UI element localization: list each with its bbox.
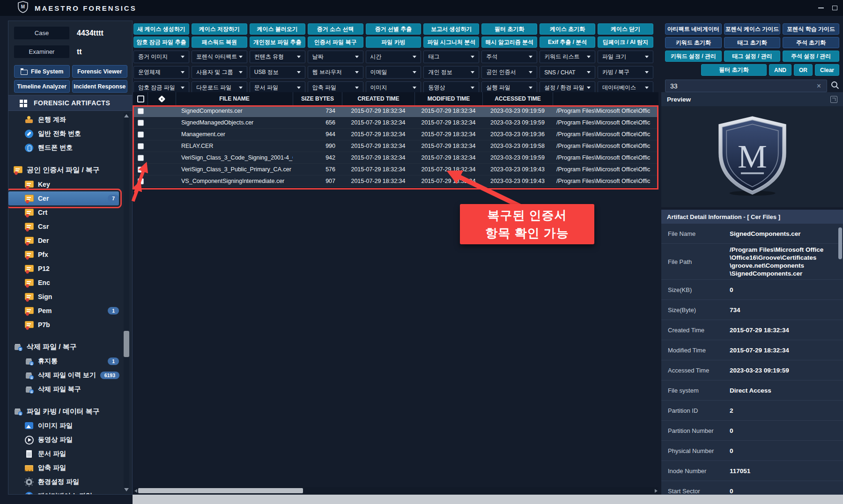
row-checkbox[interactable] [138,120,144,126]
filter-dropdown[interactable]: 날짜 [308,51,363,63]
row-checkbox-cell[interactable] [133,175,148,187]
search-icon[interactable] [831,81,839,91]
sidebar-scroll-up-icon[interactable] [124,114,129,117]
right-toolbar-button[interactable]: 태그 초기화 [724,37,781,48]
sidebar-scrollbar-thumb[interactable] [124,331,129,357]
right-toolbar-button[interactable]: 포렌식 케이스 가이드 [724,23,781,35]
row-checkbox[interactable] [138,131,144,138]
filter-dropdown[interactable]: 포렌식 아티팩트 [192,51,247,63]
clear-search-icon[interactable]: × [816,82,822,90]
filter-dropdown[interactable]: SNS / CHAT [540,66,595,79]
sidebar-item-key[interactable]: Key [8,177,119,191]
sidebar-item-sign[interactable]: Sign [8,290,119,304]
filter-dropdown[interactable]: 웹 브라우저 [308,66,363,79]
detail-scrollbar[interactable] [838,226,842,492]
action-button[interactable]: Exif 추출 / 분석 [540,37,595,48]
sidebar-item-삭제-파일-복구[interactable]: 삭제 파일 복구 [8,382,119,396]
action-button[interactable]: 증거 선별 추출 [366,23,422,35]
filter-dropdown[interactable]: 컨텐츠 유형 [250,51,305,63]
sidebar-item-enc[interactable]: Enc [8,276,119,290]
forensic-viewer-button[interactable]: Forensic Viewer [72,65,128,78]
timeline-analyzer-button[interactable]: Timeline Analyzer [14,80,70,93]
right-toolbar-button[interactable]: 키워드 설정 / 관리 [665,51,722,62]
action-button[interactable]: 개인정보 파일 추출 [250,37,305,48]
header-checkbox-cell[interactable] [133,92,148,105]
filter-dropdown[interactable]: 사용자 및 그룹 [192,66,247,79]
filter-dropdown[interactable]: 주석 [481,51,537,63]
sidebar-item-휴지통[interactable]: 휴지통1 [8,354,119,368]
horizontal-scrollbar-thumb[interactable] [138,488,303,493]
sidebar-item-der[interactable]: Der [8,234,119,248]
action-button[interactable]: 필터 초기화 [481,23,537,35]
table-row[interactable]: VeriSign_Class_3_Code_Signing_2001-4_CA9… [133,152,658,164]
sidebar-item-csr[interactable]: Csr [8,219,119,234]
tree-group-3[interactable]: 파일 카빙 / 데이터 복구 [8,404,119,419]
sidebar-item-pem[interactable]: Pem1 [8,304,119,318]
incident-response-button[interactable]: Incident Response [72,80,128,93]
action-button[interactable]: 증거 소스 선택 [308,23,363,35]
filter-reset-button[interactable]: 필터 초기화 [701,64,767,76]
right-toolbar-button[interactable]: 주석 설정 / 관리 [783,51,839,62]
filter-dropdown[interactable]: 개인 정보 [423,66,479,79]
row-checkbox[interactable] [138,167,144,173]
filter-dropdown[interactable]: 태그 [423,51,479,63]
row-checkbox[interactable] [138,108,144,114]
right-toolbar-button[interactable]: 아티팩트 네비게이터 [665,23,722,35]
file-system-button[interactable]: File System [14,65,70,78]
row-checkbox-cell[interactable] [133,152,148,163]
row-checkbox-cell[interactable] [133,140,148,152]
action-button[interactable]: 해시 알고리즘 분석 [481,37,537,48]
action-button[interactable]: 케이스 닫기 [598,23,653,35]
detail-scrollbar-thumb[interactable] [838,227,842,259]
maximize-icon[interactable] [832,6,837,10]
sidebar-item-이미지-파일[interactable]: 이미지 파일 [8,419,119,433]
sidebar-item-일반-전화-번호[interactable]: 일반 전화 번호 [8,127,119,141]
filter-dropdown[interactable]: 키워드 리스트 [540,51,595,63]
horizontal-scrollbar[interactable] [133,487,658,494]
action-button[interactable]: 패스워드 복원 [192,37,247,48]
right-toolbar-button[interactable]: 태그 설정 / 관리 [724,51,781,62]
action-button[interactable]: 딥페이크 / AI 탐지 [598,37,653,48]
sidebar-item-동영상-파일[interactable]: 동영상 파일 [8,433,119,447]
table-row[interactable]: RELAY.CER9902015-07-29 18:32:342015-07-2… [133,140,658,152]
filter-dropdown[interactable]: 증거 이미지 [133,51,189,63]
sidebar-item-환경설정-파일[interactable]: 환경설정 파일 [8,475,119,489]
filter-dropdown[interactable]: 공인 인증서 [481,66,537,79]
sidebar-item-은행-계좌[interactable]: 은행 계좌 [8,113,119,127]
sidebar-item-압축-파일[interactable]: 압축 파일 [8,461,119,475]
search-input[interactable] [670,82,816,90]
action-button[interactable]: 인증서 파일 복구 [308,37,363,48]
sidebar-item-pfx[interactable]: Pfx [8,248,119,262]
row-checkbox[interactable] [138,155,144,161]
sidebar-item-핸드폰-번호[interactable]: 핸드폰 번호 [8,141,119,155]
action-button[interactable]: 새 케이스 생성하기 [133,23,189,35]
minimize-icon[interactable] [818,7,824,8]
sidebar-scroll-down-icon[interactable] [124,488,129,491]
sidebar-item-crt[interactable]: Crt [8,205,119,219]
and-button[interactable]: AND [769,64,791,76]
sidebar-item-p12[interactable]: P12 [8,262,119,276]
row-checkbox-cell[interactable] [133,117,148,128]
action-button[interactable]: 케이스 초기화 [540,23,595,35]
right-toolbar-button[interactable]: 포렌식 학습 가이드 [783,23,839,35]
action-button[interactable]: 파일 시그니처 분석 [423,37,479,48]
scroll-right-icon[interactable] [655,489,658,493]
row-checkbox-cell[interactable] [133,164,148,175]
filter-dropdown[interactable]: 카빙 / 복구 [598,66,653,79]
filter-dropdown[interactable]: USB 정보 [250,66,305,79]
clear-button[interactable]: Clear [815,64,839,76]
filter-dropdown[interactable]: 시간 [366,51,422,63]
filter-dropdown[interactable]: 파일 크기 [598,51,653,63]
tree-group-2[interactable]: 삭제 파일 / 복구 [8,339,119,354]
row-checkbox[interactable] [138,143,144,149]
scroll-left-icon[interactable] [134,489,137,493]
sidebar-item-삭제-파일-이력-보기[interactable]: 삭제 파일 이력 보기6193 [8,368,119,382]
tree-group-1[interactable]: 공인 인증서 파일 / 복구 [8,162,119,177]
preview-expand-icon[interactable] [830,96,837,103]
filter-dropdown[interactable]: 이메일 [366,66,422,79]
sidebar-item-p7b[interactable]: P7b [8,318,119,332]
row-checkbox[interactable] [138,178,144,184]
right-toolbar-button[interactable]: 주석 초기화 [783,37,839,48]
sidebar-item-cer[interactable]: Cer7 [8,191,119,205]
or-button[interactable]: OR [794,64,813,76]
